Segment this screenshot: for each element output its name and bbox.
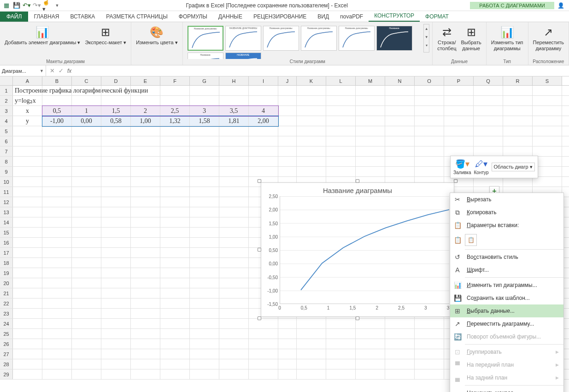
cell-C5[interactable] xyxy=(72,126,101,136)
cell-B23[interactable] xyxy=(42,309,72,318)
cell-N28[interactable] xyxy=(385,359,415,369)
cell-P7[interactable] xyxy=(444,146,474,156)
cell-D10[interactable] xyxy=(101,177,131,187)
cell-B19[interactable] xyxy=(42,268,72,278)
cell-J29[interactable] xyxy=(278,369,297,379)
cell-H8[interactable] xyxy=(219,157,249,166)
cell-H3[interactable]: 3,5 xyxy=(219,106,249,116)
cell-E9[interactable] xyxy=(131,167,160,176)
cell-G3[interactable]: 3 xyxy=(190,106,219,116)
cell-A25[interactable] xyxy=(13,329,42,339)
row-header-18[interactable]: 18 xyxy=(0,258,13,268)
fill-button[interactable]: 🪣▾ Заливка xyxy=(453,159,471,175)
cell-D23[interactable] xyxy=(101,309,131,318)
cell-E21[interactable] xyxy=(131,288,160,298)
cell-K8[interactable] xyxy=(297,157,326,166)
cell-L9[interactable] xyxy=(326,167,356,176)
cell-B21[interactable] xyxy=(42,288,72,298)
cell-B27[interactable] xyxy=(42,349,72,359)
cell-N25[interactable] xyxy=(385,329,415,339)
cell-C22[interactable] xyxy=(72,298,101,308)
cell-G22[interactable] xyxy=(190,298,219,308)
cell-A7[interactable] xyxy=(13,146,42,156)
cell-H13[interactable] xyxy=(219,207,249,217)
cell-O5[interactable] xyxy=(415,126,444,136)
cell-D6[interactable] xyxy=(101,136,131,146)
cell-R1[interactable] xyxy=(503,86,533,95)
cell-S6[interactable] xyxy=(533,136,562,146)
cell-H23[interactable] xyxy=(219,309,249,318)
cell-F11[interactable] xyxy=(160,187,190,197)
cell-M27[interactable] xyxy=(356,349,385,359)
cell-C18[interactable] xyxy=(72,258,101,268)
row-header-12[interactable]: 12 xyxy=(0,197,13,207)
cell-S4[interactable] xyxy=(533,116,562,126)
cell-B22[interactable] xyxy=(42,298,72,308)
cell-I3[interactable]: 4 xyxy=(249,106,278,116)
cell-D15[interactable] xyxy=(101,228,131,237)
chart-style-4[interactable]: Название диаграммы xyxy=(301,26,337,51)
cell-I1[interactable] xyxy=(249,86,278,95)
cell-H24[interactable] xyxy=(219,319,249,328)
cell-Q1[interactable] xyxy=(474,86,503,95)
row-header-26[interactable]: 26 xyxy=(0,339,13,349)
col-header-P[interactable]: P xyxy=(444,76,474,85)
undo-icon[interactable]: ↶▾ xyxy=(22,1,31,10)
user-silhouette-icon[interactable]: 👤 xyxy=(554,1,567,10)
cell-K7[interactable] xyxy=(297,146,326,156)
cell-M28[interactable] xyxy=(356,359,385,369)
cell-A19[interactable] xyxy=(13,268,42,278)
cell-B9[interactable] xyxy=(42,167,72,176)
col-header-D[interactable]: D xyxy=(101,76,131,85)
cell-G9[interactable] xyxy=(190,167,219,176)
cell-L27[interactable] xyxy=(326,349,356,359)
col-header-L[interactable]: L xyxy=(326,76,356,85)
cell-J1[interactable] xyxy=(278,86,297,95)
col-header-S[interactable]: S xyxy=(533,76,562,85)
cell-G6[interactable] xyxy=(190,136,219,146)
chart-title[interactable]: Название диаграммы xyxy=(261,183,454,196)
cell-F22[interactable] xyxy=(160,298,190,308)
cell-K28[interactable] xyxy=(297,359,326,369)
row-header-25[interactable]: 25 xyxy=(0,329,13,339)
cell-A22[interactable] xyxy=(13,298,42,308)
cell-N1[interactable] xyxy=(385,86,415,95)
cell-D20[interactable] xyxy=(101,278,131,288)
row-header-19[interactable]: 19 xyxy=(0,268,13,278)
name-box[interactable]: Диаграм... ▼ xyxy=(0,65,46,76)
row-header-1[interactable]: 1 xyxy=(0,86,13,95)
cell-B12[interactable] xyxy=(42,197,72,207)
cell-K1[interactable] xyxy=(297,86,326,95)
row-header-21[interactable]: 21 xyxy=(0,288,13,298)
cell-A26[interactable] xyxy=(13,339,42,349)
cell-L3[interactable] xyxy=(326,106,356,116)
cell-S10[interactable] xyxy=(533,177,562,187)
cell-H14[interactable] xyxy=(219,217,249,227)
cell-Q7[interactable] xyxy=(474,146,503,156)
cell-H19[interactable] xyxy=(219,268,249,278)
cell-B15[interactable] xyxy=(42,228,72,237)
cell-L5[interactable] xyxy=(326,126,356,136)
cell-F16[interactable] xyxy=(160,238,190,247)
row-header-3[interactable]: 3 xyxy=(0,106,13,116)
cell-A23[interactable] xyxy=(13,309,42,318)
cell-G20[interactable] xyxy=(190,278,219,288)
col-header-H[interactable]: H xyxy=(219,76,249,85)
cell-A2[interactable]: y=log₂x xyxy=(13,96,42,105)
cell-N4[interactable] xyxy=(385,116,415,126)
cell-I26[interactable] xyxy=(249,339,278,349)
cell-G4[interactable]: 1,58 xyxy=(190,116,219,126)
row-header-10[interactable]: 10 xyxy=(0,177,13,187)
tab-view[interactable]: ВИД xyxy=(312,12,334,22)
cell-C28[interactable] xyxy=(72,359,101,369)
cell-C12[interactable] xyxy=(72,197,101,207)
context-menu-item[interactable]: 📋📋 xyxy=(450,232,563,248)
cell-J5[interactable] xyxy=(278,126,297,136)
col-header-O[interactable]: O xyxy=(415,76,444,85)
cell-C3[interactable]: 1 xyxy=(72,106,101,116)
cell-B29[interactable] xyxy=(42,369,72,379)
cell-H5[interactable] xyxy=(219,126,249,136)
cell-E28[interactable] xyxy=(131,359,160,369)
cell-A13[interactable] xyxy=(13,207,42,217)
cell-E19[interactable] xyxy=(131,268,160,278)
